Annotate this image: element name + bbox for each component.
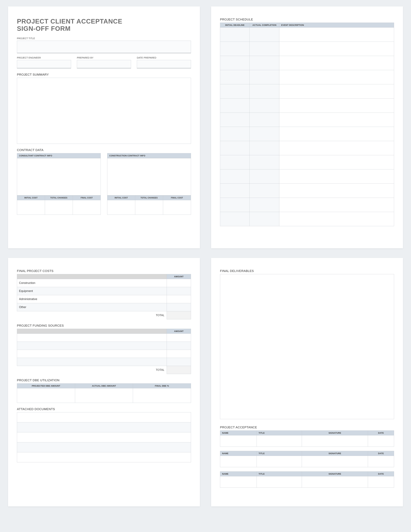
- th-total-changes: TOTAL CHANGES: [45, 195, 73, 200]
- cost-row: Other: [17, 303, 191, 311]
- funding-amount[interactable]: [167, 350, 191, 358]
- input-project-title[interactable]: [17, 41, 191, 53]
- funding-source[interactable]: [17, 358, 167, 366]
- input-final-deliverables[interactable]: [220, 274, 394, 419]
- attached-doc-cell[interactable]: [17, 422, 191, 432]
- cell-event-description[interactable]: [279, 84, 394, 98]
- cell-consult-changes[interactable]: [45, 200, 73, 215]
- cell-projected-dbe[interactable]: [17, 388, 75, 403]
- cell-signature[interactable]: [302, 436, 368, 447]
- cell-event-description[interactable]: [279, 212, 394, 226]
- cell-event-description[interactable]: [279, 127, 394, 141]
- cell-actual-completion[interactable]: [250, 28, 279, 42]
- cell-date[interactable]: [368, 476, 394, 488]
- cell-event-description[interactable]: [279, 141, 394, 155]
- cost-row-amount[interactable]: [167, 295, 191, 303]
- cell-signature[interactable]: [302, 476, 368, 488]
- cell-initial-deadline[interactable]: [220, 70, 250, 84]
- cell-event-description[interactable]: [279, 184, 394, 198]
- cell-signature[interactable]: [302, 456, 368, 467]
- cell-initial-deadline[interactable]: [220, 113, 250, 127]
- th-amount-costs: AMOUNT: [167, 274, 191, 279]
- cell-total-costs[interactable]: [167, 311, 191, 319]
- cell-initial-deadline[interactable]: [220, 170, 250, 184]
- cost-row-amount[interactable]: [167, 287, 191, 295]
- cell-consultant-info[interactable]: [17, 158, 101, 195]
- cell-initial-deadline[interactable]: [220, 184, 250, 198]
- cell-initial-deadline[interactable]: [220, 28, 250, 42]
- funding-source[interactable]: [17, 350, 167, 358]
- cell-total-funding[interactable]: [167, 366, 191, 374]
- cell-name[interactable]: [220, 456, 257, 467]
- cell-construction-info[interactable]: [107, 158, 191, 195]
- funding-amount[interactable]: [167, 342, 191, 350]
- cell-event-description[interactable]: [279, 42, 394, 56]
- cell-actual-completion[interactable]: [250, 98, 279, 113]
- attached-doc-cell[interactable]: [17, 442, 191, 452]
- cost-row-amount[interactable]: [167, 303, 191, 311]
- cell-initial-deadline[interactable]: [220, 212, 250, 226]
- cell-event-description[interactable]: [279, 198, 394, 212]
- cell-constr-initial[interactable]: [107, 200, 135, 215]
- cell-title[interactable]: [257, 436, 302, 447]
- attached-doc-cell[interactable]: [17, 432, 191, 442]
- funding-amount[interactable]: [167, 358, 191, 366]
- cell-title[interactable]: [257, 456, 302, 467]
- input-project-summary[interactable]: [17, 78, 191, 144]
- cell-actual-completion[interactable]: [250, 198, 279, 212]
- cell-name[interactable]: [220, 476, 257, 488]
- cell-actual-dbe[interactable]: [75, 388, 133, 403]
- cell-initial-deadline[interactable]: [220, 84, 250, 98]
- cell-title[interactable]: [257, 476, 302, 488]
- cell-initial-deadline[interactable]: [220, 56, 250, 70]
- cell-event-description[interactable]: [279, 70, 394, 84]
- cell-constr-changes[interactable]: [135, 200, 163, 215]
- cell-event-description[interactable]: [279, 28, 394, 42]
- cell-initial-deadline[interactable]: [220, 141, 250, 155]
- cell-consult-initial[interactable]: [17, 200, 45, 215]
- cell-actual-completion[interactable]: [250, 212, 279, 226]
- input-date-prepared[interactable]: [137, 60, 191, 68]
- funding-amount[interactable]: [167, 334, 191, 342]
- cell-initial-deadline[interactable]: [220, 42, 250, 56]
- attached-doc-cell[interactable]: [17, 412, 191, 422]
- cell-initial-deadline[interactable]: [220, 198, 250, 212]
- cell-actual-completion[interactable]: [250, 56, 279, 70]
- cell-initial-deadline[interactable]: [220, 127, 250, 141]
- cell-event-description[interactable]: [279, 155, 394, 170]
- cell-initial-deadline[interactable]: [220, 155, 250, 170]
- cell-constr-final[interactable]: [163, 200, 191, 215]
- cell-actual-completion[interactable]: [250, 184, 279, 198]
- cell-name[interactable]: [220, 436, 257, 447]
- cost-row-amount[interactable]: [167, 279, 191, 287]
- cell-consult-final[interactable]: [73, 200, 101, 215]
- cell-actual-completion[interactable]: [250, 42, 279, 56]
- cell-actual-completion[interactable]: [250, 127, 279, 141]
- cell-actual-completion[interactable]: [250, 70, 279, 84]
- cell-event-description[interactable]: [279, 113, 394, 127]
- funding-source[interactable]: [17, 334, 167, 342]
- input-prepared-by[interactable]: [77, 60, 131, 68]
- cell-actual-completion[interactable]: [250, 141, 279, 155]
- acceptance-block: NAMETITLESIGNATUREDATE: [220, 451, 394, 467]
- cost-row-label: Construction: [17, 279, 167, 287]
- contract-data-pair: CONSULTANT CONTRACT INFO INITIAL COST TO…: [17, 153, 191, 215]
- funding-source[interactable]: [17, 342, 167, 350]
- cell-date[interactable]: [368, 436, 394, 447]
- cell-final-dbe[interactable]: [133, 388, 191, 403]
- label-dbe: PROJECT DBE UTILIZATION: [17, 379, 191, 382]
- cell-actual-completion[interactable]: [250, 155, 279, 170]
- input-project-engineer[interactable]: [17, 60, 71, 68]
- cell-event-description[interactable]: [279, 56, 394, 70]
- cell-actual-completion[interactable]: [250, 170, 279, 184]
- cell-event-description[interactable]: [279, 98, 394, 113]
- cell-initial-deadline[interactable]: [220, 98, 250, 113]
- cell-actual-completion[interactable]: [250, 113, 279, 127]
- cell-event-description[interactable]: [279, 170, 394, 184]
- cell-actual-completion[interactable]: [250, 84, 279, 98]
- construction-block: CONSTRUCTION CONTRACT INFO INITIAL COST …: [107, 153, 191, 215]
- form-grid: PROJECT CLIENT ACCEPTANCE SIGN-OFF FORM …: [8, 6, 403, 506]
- cell-date[interactable]: [368, 456, 394, 467]
- title-line2: SIGN-OFF FORM: [17, 25, 71, 32]
- attached-doc-cell[interactable]: [17, 452, 191, 462]
